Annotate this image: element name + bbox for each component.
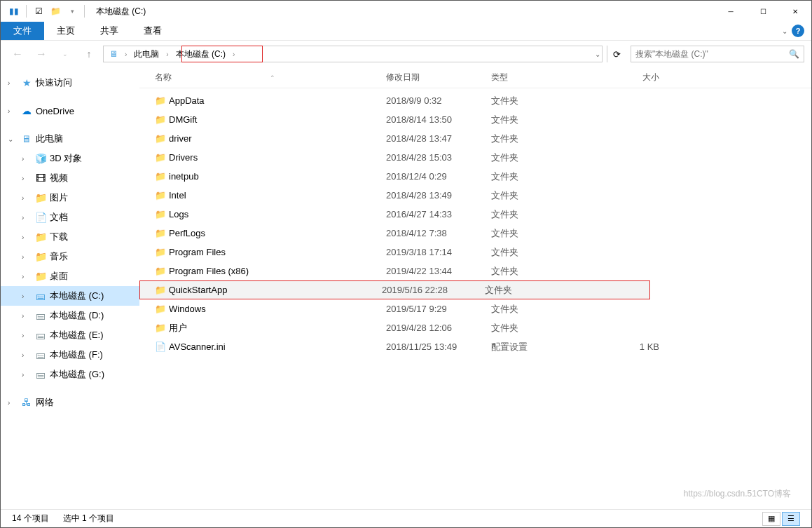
nav-music[interactable]: ›📁音乐	[1, 247, 139, 266]
app-icon[interactable]: ▮▮	[6, 4, 22, 19]
file-row[interactable]: 📁Windows2019/5/17 9:29文件夹	[139, 299, 811, 318]
file-date: 2018/11/25 13:49	[386, 341, 491, 352]
nav-quick-access[interactable]: ›★快速访问	[1, 73, 139, 93]
file-icon: 📄	[155, 341, 169, 352]
breadcrumb-separator-icon[interactable]: ›	[230, 50, 238, 58]
breadcrumb-right: ⌄	[595, 50, 600, 58]
breadcrumb[interactable]: 🖥 › 此电脑 › 本地磁盘 (C:) › ⌄	[103, 46, 603, 62]
file-row[interactable]: 📁Intel2018/4/28 13:49文件夹	[139, 186, 811, 205]
forward-button[interactable]: →	[32, 46, 51, 62]
home-tab[interactable]: 主页	[44, 22, 88, 40]
file-row[interactable]: 📁inetpub2018/12/4 0:29文件夹	[139, 167, 811, 186]
thumbnails-view-button[interactable]: ▦	[762, 512, 780, 526]
recent-dropdown-icon[interactable]: ⌄	[55, 46, 75, 62]
nav-network[interactable]: ›🖧网络	[1, 393, 139, 412]
search-icon[interactable]: 🔍	[789, 49, 799, 59]
file-icon: 📁	[155, 304, 169, 314]
file-date: 2018/4/28 13:49	[386, 190, 491, 201]
file-name: Intel	[169, 190, 386, 201]
share-tab[interactable]: 共享	[88, 22, 131, 40]
up-button[interactable]: ↑	[79, 46, 99, 62]
file-name: AVScanner.ini	[169, 341, 386, 352]
nav-desktop[interactable]: ›📁桌面	[1, 266, 139, 286]
file-name: DMGift	[169, 114, 386, 125]
file-row[interactable]: 📁AppData2018/9/9 0:32文件夹	[139, 91, 811, 110]
item-count: 14 个项目	[12, 513, 49, 524]
nav-drive-d[interactable]: ›🖴本地磁盘 (D:)	[1, 306, 139, 325]
window-controls: ─ ☐ ✕	[715, 1, 811, 22]
file-tab[interactable]: 文件	[1, 22, 44, 40]
file-row[interactable]: 📁Drivers2018/4/28 15:03文件夹	[139, 148, 811, 167]
file-date: 2019/4/22 13:44	[386, 266, 491, 276]
file-name: inetpub	[169, 171, 386, 182]
file-row[interactable]: 📄AVScanner.ini2018/11/25 13:49配置设置1 KB	[139, 337, 811, 356]
breadcrumb-drive[interactable]: 本地磁盘 (C:)	[172, 46, 230, 62]
checkbox-icon[interactable]: ☑	[31, 4, 46, 19]
chevron-down-icon[interactable]: ⌄	[782, 27, 787, 35]
col-date[interactable]: 修改日期	[386, 72, 491, 83]
refresh-button[interactable]: ⟳	[607, 46, 626, 62]
content-area: ›★快速访问 ›☁OneDrive ⌄🖥此电脑 ›🧊3D 对象 ›🎞视频 ›📁图…	[1, 67, 811, 509]
window-title: 本地磁盘 (C:)	[96, 6, 146, 18]
details-view-button[interactable]: ☰	[782, 512, 800, 526]
breadcrumb-separator-icon[interactable]: ›	[122, 50, 130, 58]
nav-this-pc[interactable]: ⌄🖥此电脑	[1, 129, 139, 149]
file-icon: 📁	[155, 152, 169, 163]
close-button[interactable]: ✕	[779, 1, 811, 22]
file-row[interactable]: 📁Program Files (x86)2019/4/22 13:44文件夹	[139, 262, 811, 280]
nav-drive-f[interactable]: ›🖴本地磁盘 (F:)	[1, 345, 139, 365]
file-row[interactable]: 📁driver2018/4/28 13:47文件夹	[139, 129, 811, 148]
title-bar: ▮▮ ☑ 📁 ▾ 本地磁盘 (C:) ─ ☐ ✕	[1, 1, 811, 22]
search-input[interactable]	[635, 49, 789, 59]
search-box[interactable]: 🔍	[631, 46, 804, 62]
file-type: 文件夹	[491, 170, 596, 183]
nav-onedrive[interactable]: ›☁OneDrive	[1, 101, 139, 121]
file-row[interactable]: 📁DMGift2018/8/14 13:50文件夹	[139, 110, 811, 129]
file-name: Program Files	[169, 247, 386, 257]
file-date: 2018/4/28 13:47	[386, 133, 491, 144]
qat-overflow-icon[interactable]: ▾	[64, 4, 80, 19]
file-row[interactable]: 📁PerfLogs2018/4/12 7:38文件夹	[139, 224, 811, 243]
this-pc-icon[interactable]: 🖥	[105, 46, 122, 62]
file-row[interactable]: 📁QuickStartApp2019/5/16 22:28文件夹	[139, 280, 650, 299]
file-row[interactable]: 📁Program Files2019/3/18 17:14文件夹	[139, 243, 811, 262]
col-type[interactable]: 类型	[491, 72, 596, 83]
col-size[interactable]: 大小	[596, 72, 659, 83]
back-button[interactable]: ←	[8, 46, 27, 62]
nav-drive-c[interactable]: ›🖴本地磁盘 (C:)	[1, 286, 139, 306]
file-icon: 📁	[155, 285, 169, 295]
history-dropdown-icon[interactable]: ⌄	[595, 50, 600, 58]
nav-videos[interactable]: ›🎞视频	[1, 168, 139, 188]
minimize-button[interactable]: ─	[715, 1, 747, 22]
file-date: 2018/4/12 7:38	[386, 228, 491, 238]
nav-pictures[interactable]: ›📁图片	[1, 188, 139, 208]
file-date: 2019/3/18 17:14	[386, 247, 491, 257]
file-icon: 📁	[155, 95, 169, 106]
navigation-pane: ›★快速访问 ›☁OneDrive ⌄🖥此电脑 ›🧊3D 对象 ›🎞视频 ›📁图…	[1, 67, 139, 509]
maximize-button[interactable]: ☐	[747, 1, 779, 22]
nav-downloads[interactable]: ›📁下载	[1, 227, 139, 247]
file-row[interactable]: 📁用户2019/4/28 12:06文件夹	[139, 318, 811, 337]
view-tab[interactable]: 查看	[131, 22, 174, 40]
nav-drive-g[interactable]: ›🖴本地磁盘 (G:)	[1, 365, 139, 384]
file-type: 文件夹	[491, 151, 596, 164]
folder-icon[interactable]: 📁	[48, 4, 63, 19]
breadcrumb-separator-icon[interactable]: ›	[163, 50, 171, 58]
file-date: 2016/4/27 14:33	[386, 209, 491, 219]
breadcrumb-pc[interactable]: 此电脑	[130, 46, 163, 62]
nav-label: 网络	[36, 396, 54, 409]
file-icon: 📁	[155, 171, 169, 182]
nav-label: 本地磁盘 (G:)	[50, 368, 104, 381]
col-name[interactable]: 名称⌃	[155, 72, 386, 83]
file-row[interactable]: 📁Logs2016/4/27 14:33文件夹	[139, 205, 811, 224]
file-name: Logs	[169, 209, 386, 219]
file-date: 2018/4/28 15:03	[386, 152, 491, 163]
nav-label: 视频	[50, 172, 68, 184]
file-type: 文件夹	[491, 303, 596, 316]
nav-3d-objects[interactable]: ›🧊3D 对象	[1, 149, 139, 168]
nav-label: 本地磁盘 (C:)	[50, 290, 104, 302]
help-icon[interactable]: ?	[792, 25, 804, 37]
nav-drive-e[interactable]: ›🖴本地磁盘 (E:)	[1, 325, 139, 345]
nav-documents[interactable]: ›📄文档	[1, 208, 139, 227]
watermark: https://blog.csdn.51CTO博客	[684, 488, 791, 500]
